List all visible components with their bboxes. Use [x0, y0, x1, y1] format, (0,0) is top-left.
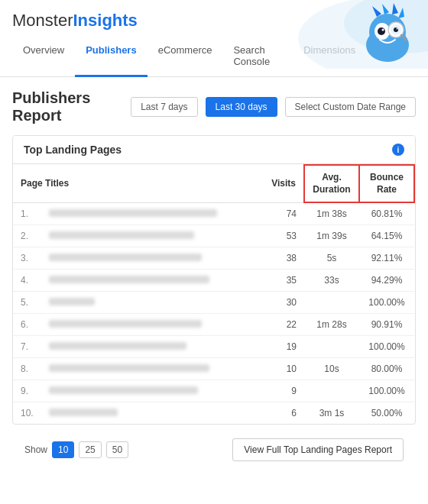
- table-row: 6.221m 28s90.91%: [13, 314, 414, 336]
- page-title-cell: [41, 358, 254, 380]
- table-row: 7.19100.00%: [13, 336, 414, 358]
- show-25-button[interactable]: 25: [79, 441, 101, 458]
- main-content: Publishers Report Last 7 days Last 30 da…: [0, 77, 428, 475]
- bounce-cell: 100.00%: [359, 380, 414, 402]
- custom-date-button[interactable]: Select Custom Date Range: [285, 97, 416, 117]
- col-bounce-rate: Bounce Rate: [359, 165, 414, 202]
- table-row: 9.9100.00%: [13, 380, 414, 402]
- page-title-cell: [41, 292, 254, 314]
- visits-cell: 74: [253, 202, 304, 225]
- show-50-button[interactable]: 50: [106, 441, 128, 458]
- svg-point-15: [397, 28, 398, 30]
- blurred-title: [49, 386, 198, 394]
- svg-point-13: [382, 29, 384, 31]
- nav-ecommerce[interactable]: eCommerce: [148, 37, 223, 77]
- svg-marker-7: [398, 8, 404, 18]
- blurred-title: [49, 209, 217, 217]
- bounce-cell: 60.81%: [359, 202, 414, 225]
- nav-overview[interactable]: Overview: [12, 37, 75, 77]
- page-title-cell: [41, 270, 254, 292]
- bounce-cell: 90.91%: [359, 314, 414, 336]
- row-number: 6.: [13, 314, 41, 336]
- logo-insights: Insights: [73, 11, 137, 31]
- duration-cell: 3m 1s: [304, 402, 359, 425]
- blurred-title: [49, 231, 194, 239]
- bounce-cell: 80.00%: [359, 358, 414, 380]
- duration-cell: 5s: [304, 247, 359, 270]
- table-row: 5.30100.00%: [13, 292, 414, 314]
- table-section-header: Top Landing Pages i: [13, 136, 415, 164]
- row-number: 9.: [13, 380, 41, 402]
- logo: MonsterInsights: [12, 11, 138, 31]
- row-number: 3.: [13, 247, 41, 270]
- col-visits: Visits: [253, 165, 304, 202]
- visits-cell: 6: [253, 402, 304, 425]
- visits-cell: 10: [253, 358, 304, 380]
- visits-cell: 53: [253, 225, 304, 247]
- table-footer: Show 10 25 50 View Full Top Landing Page…: [12, 431, 416, 469]
- header: MonsterInsights: [0, 0, 428, 37]
- duration-cell: 33s: [304, 270, 359, 292]
- blurred-title: [49, 409, 118, 416]
- duration-cell: 10s: [304, 358, 359, 380]
- blurred-title: [49, 298, 95, 305]
- row-number: 5.: [13, 292, 41, 314]
- col-page-titles: Page Titles: [13, 165, 253, 202]
- table-row: 10.63m 1s50.00%: [13, 402, 414, 425]
- visits-cell: 22: [253, 314, 304, 336]
- blurred-title: [49, 276, 209, 283]
- svg-marker-5: [382, 4, 389, 15]
- duration-cell: 1m 39s: [304, 225, 359, 247]
- svg-marker-4: [372, 6, 381, 17]
- visits-cell: 19: [253, 336, 304, 358]
- row-number: 10.: [13, 402, 41, 425]
- show-10-button[interactable]: 10: [52, 441, 74, 458]
- report-title: Publishers Report: [12, 89, 123, 124]
- table-row: 3.385s92.11%: [13, 247, 414, 270]
- row-number: 7.: [13, 336, 41, 358]
- nav-publishers[interactable]: Publishers: [75, 37, 147, 77]
- page-title-cell: [41, 314, 254, 336]
- svg-marker-6: [392, 3, 398, 15]
- bounce-cell: 100.00%: [359, 292, 414, 314]
- blurred-title: [49, 320, 202, 328]
- table-row: 8.1010s80.00%: [13, 358, 414, 380]
- row-number: 1.: [13, 202, 41, 225]
- visits-cell: 30: [253, 292, 304, 314]
- blurred-title: [49, 342, 186, 350]
- bounce-cell: 50.00%: [359, 402, 414, 425]
- bounce-cell: 94.29%: [359, 270, 414, 292]
- blurred-title: [49, 364, 209, 372]
- mascot-svg: [355, 3, 420, 64]
- report-header: Publishers Report Last 7 days Last 30 da…: [12, 89, 416, 124]
- last-7-days-button[interactable]: Last 7 days: [131, 97, 197, 117]
- col-avg-duration: Avg. Duration: [304, 165, 359, 202]
- table-row: 2.531m 39s64.15%: [13, 225, 414, 247]
- view-full-report-button[interactable]: View Full Top Landing Pages Report: [232, 438, 404, 461]
- bounce-cell: 64.15%: [359, 225, 414, 247]
- bounce-cell: 92.11%: [359, 247, 414, 270]
- top-landing-pages-section: Top Landing Pages i Page Titles Visits A…: [12, 135, 416, 425]
- blurred-title: [49, 254, 202, 261]
- visits-cell: 9: [253, 380, 304, 402]
- table-section-title: Top Landing Pages: [24, 144, 122, 156]
- info-icon[interactable]: i: [392, 144, 404, 156]
- page-title-cell: [41, 202, 254, 225]
- duration-cell: 1m 28s: [304, 314, 359, 336]
- last-30-days-button[interactable]: Last 30 days: [206, 97, 277, 117]
- bounce-cell: 100.00%: [359, 336, 414, 358]
- row-number: 2.: [13, 225, 41, 247]
- visits-cell: 35: [253, 270, 304, 292]
- row-number: 4.: [13, 270, 41, 292]
- show-controls: Show 10 25 50: [24, 441, 128, 458]
- mascot: [355, 3, 420, 64]
- page-title-cell: [41, 402, 254, 425]
- duration-cell: [304, 380, 359, 402]
- logo-monster: Monster: [12, 11, 73, 31]
- page-title-cell: [41, 336, 254, 358]
- landing-pages-table: Page Titles Visits Avg. Duration Bounce …: [13, 164, 415, 424]
- table-row: 4.3533s94.29%: [13, 270, 414, 292]
- page-title-cell: [41, 380, 254, 402]
- duration-cell: [304, 292, 359, 314]
- page-title-cell: [41, 247, 254, 270]
